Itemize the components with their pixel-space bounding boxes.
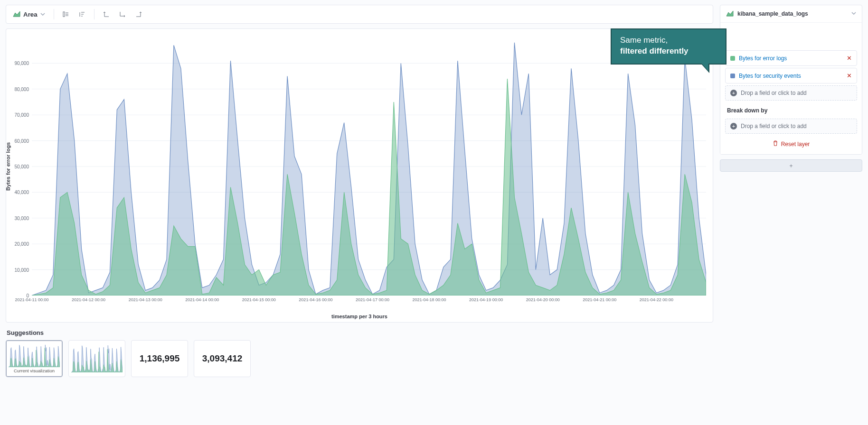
remove-metric-icon[interactable]: ✕ [847, 55, 852, 62]
x-tick-label: 2021-04-21 00:00 [583, 297, 616, 302]
breakdown-heading: Break down by [724, 102, 858, 117]
legend-position-button[interactable] [60, 8, 72, 20]
y-axis-title: Bytes for error logs [5, 142, 11, 191]
plus-icon: ＋ [788, 162, 794, 170]
suggestion-current[interactable]: Current visualization [6, 340, 63, 377]
x-tick-label: 2021-04-16 00:00 [299, 297, 332, 302]
axis-settings-button[interactable] [76, 8, 88, 20]
chevron-down-icon [851, 10, 856, 17]
area-plot-svg [32, 37, 706, 296]
reset-layer-label: Reset layer [781, 141, 810, 148]
x-axis: 2021-04-11 00:002021-04-12 00:002021-04-… [32, 296, 706, 309]
dropzone-label: Drop a field or click to add [741, 90, 807, 96]
right-axis-button[interactable] [132, 8, 145, 20]
trash-icon [773, 140, 778, 148]
color-swatch-icon [730, 74, 735, 78]
y-tick-label: 20,000 [14, 241, 29, 247]
metric-pill-security-events[interactable]: Bytes for security events ✕ [725, 68, 857, 83]
chart-toolbar: Area [6, 5, 713, 24]
x-tick-label: 2021-04-11 00:00 [15, 297, 48, 302]
svg-rect-0 [63, 12, 65, 17]
reset-layer-button[interactable]: Reset layer [724, 136, 858, 149]
x-tick-label: 2021-04-13 00:00 [129, 297, 162, 302]
y-axis: Bytes for error logs 010,00020,00030,000… [6, 37, 32, 296]
index-pattern-selector[interactable]: kibana_sample_data_logs [720, 5, 862, 23]
suggestions-heading: Suggestions [7, 329, 713, 336]
suggestion-metric-value: 1,136,995 [140, 353, 180, 364]
x-axis-title: timestamp per 3 hours [6, 314, 713, 319]
remove-metric-icon[interactable]: ✕ [847, 72, 852, 79]
x-tick-label: 2021-04-18 00:00 [413, 297, 446, 302]
x-tick-label: 2021-04-17 00:00 [356, 297, 389, 302]
y-tick-label: 50,000 [14, 164, 29, 169]
toolbar-divider [54, 9, 54, 19]
y-tick-label: 10,000 [14, 267, 29, 272]
metric-pill-error-logs[interactable]: Bytes for error logs ✕ [725, 50, 857, 66]
suggestion-alt-1[interactable] [68, 340, 125, 377]
y-tick-label: 60,000 [14, 138, 29, 143]
area-chart-icon [726, 10, 734, 18]
chart-plot-area[interactable] [32, 37, 706, 296]
x-tick-label: 2021-04-19 00:00 [469, 297, 503, 302]
index-pattern-name: kibana_sample_data_logs [737, 10, 808, 17]
callout-line2: filtered differently [620, 46, 689, 55]
bottom-axis-button[interactable] [116, 8, 129, 20]
chevron-down-icon [40, 11, 45, 18]
chart-type-selector[interactable]: Area [10, 9, 48, 20]
layer-panel: kibana_sample_data_logs Vertical axis By… [720, 5, 862, 155]
callout-line1: Same metric, [620, 36, 668, 45]
x-tick-label: 2021-04-14 00:00 [185, 297, 219, 302]
toolbar-divider [94, 9, 94, 19]
y-tick-label: 40,000 [14, 190, 29, 195]
color-swatch-icon [730, 56, 735, 61]
suggestion-thumb-icon [71, 345, 123, 372]
y-tick-label: 90,000 [14, 61, 29, 66]
left-axis-button[interactable] [100, 8, 113, 20]
dropzone-label: Drop a field or click to add [741, 123, 807, 129]
annotation-callout: Same metric, filtered differently [611, 28, 726, 65]
metric-pill-label: Bytes for error logs [739, 55, 787, 62]
x-tick-label: 2021-04-12 00:00 [72, 297, 105, 302]
suggestion-metric-value: 3,093,412 [202, 353, 243, 364]
y-tick-label: 80,000 [14, 86, 29, 92]
y-tick-label: 70,000 [14, 112, 29, 118]
x-tick-label: 2021-04-15 00:00 [242, 297, 276, 302]
y-tick-label: 30,000 [14, 215, 29, 221]
suggestion-metric-2[interactable]: 3,093,412 [194, 340, 251, 377]
suggestion-metric-1[interactable]: 1,136,995 [131, 340, 188, 377]
metric-pill-label: Bytes for security events [739, 73, 801, 79]
x-tick-label: 2021-04-20 00:00 [526, 297, 560, 302]
plus-circle-icon: + [730, 90, 737, 96]
suggestion-thumb-icon [9, 344, 60, 367]
add-layer-button[interactable]: ＋ [720, 159, 862, 172]
x-tick-label: 2021-04-22 00:00 [640, 297, 673, 302]
plus-circle-icon: + [730, 123, 737, 129]
chart-panel: Bytes for error logs Bytes for security … [6, 28, 713, 323]
area-chart-icon [13, 10, 20, 18]
suggestions-row: Current visualization 1,136,995 3,093,41… [6, 340, 713, 377]
add-breakdown-dropzone[interactable]: + Drop a field or click to add [725, 119, 857, 134]
chart-type-label: Area [23, 11, 38, 18]
add-metric-dropzone[interactable]: + Drop a field or click to add [725, 85, 857, 101]
suggestion-label: Current visualization [14, 368, 55, 373]
